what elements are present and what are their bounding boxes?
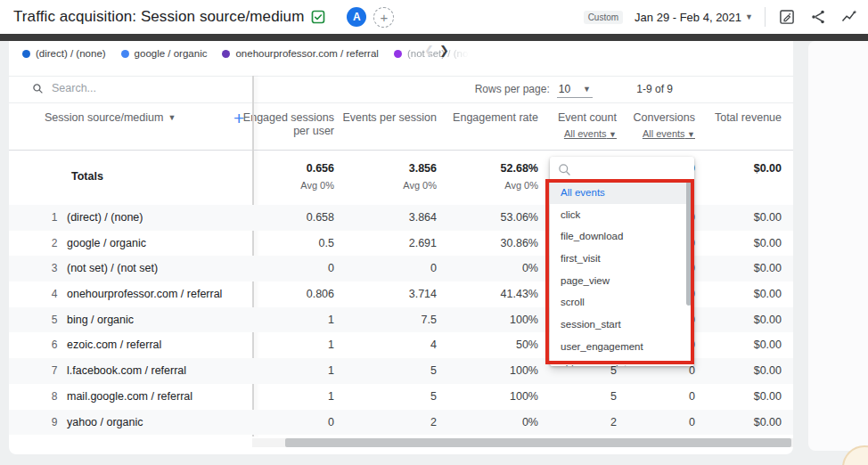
metric-cell: 7.5: [330, 307, 437, 333]
legend-item: google / organic: [121, 48, 208, 59]
metric-cell: 0: [330, 256, 437, 281]
metric-cell: 1: [227, 307, 334, 333]
metric-filter-select[interactable]: All events ▼: [588, 127, 695, 142]
metric-cell: 3.864: [330, 205, 437, 231]
metric-cell: 0.5: [227, 231, 334, 257]
metric-cell: 53.06%: [431, 205, 538, 231]
metric-cell: 0: [227, 410, 334, 436]
metric-cell: 2.691: [330, 231, 437, 257]
search-icon: [32, 83, 44, 94]
table-toolbar: Search... Rows per page: 10 ▼ 1-9 of 9: [9, 76, 793, 103]
totals-cell: 3.856Avg 0%: [330, 162, 437, 191]
metric-header-label: Total revenue: [675, 111, 782, 125]
row-index: 5: [48, 307, 61, 333]
search-placeholder: Search...: [52, 82, 96, 94]
metric-cell: 3.714: [330, 281, 437, 307]
legend-item: onehourprofessor.com / referral: [222, 48, 378, 59]
row-source-label: yahoo / organic: [67, 410, 143, 436]
rows-per-page-label: Rows per page:: [475, 83, 550, 95]
legend-label: (direct) / (none): [36, 48, 106, 59]
totals-avg-label: Avg 0%: [227, 180, 334, 191]
add-user-button[interactable]: +: [373, 7, 394, 28]
dimension-column-header[interactable]: Session source/medium ▼: [45, 111, 176, 124]
legend-next-icon[interactable]: ❯: [439, 44, 449, 57]
totals-value: 3.856: [330, 162, 437, 175]
customize-report-icon[interactable]: [777, 7, 797, 27]
row-index: 1: [48, 205, 61, 231]
metric-column-header[interactable]: Engaged sessions per user: [227, 111, 334, 138]
row-index: 2: [48, 231, 61, 257]
chart-legend: (direct) / (none)google / organiconehour…: [22, 45, 471, 61]
dropdown-search-input[interactable]: [558, 163, 571, 180]
annotation-red-box: [545, 179, 694, 364]
metric-cell: 30.86%: [431, 231, 538, 257]
linked-sheet-icon[interactable]: [311, 10, 325, 24]
row-index: 4: [48, 281, 61, 307]
table-row[interactable]: 8mail.google.com / referral15100%50$0.00: [9, 384, 793, 410]
metric-cell: 4: [330, 332, 437, 358]
legend-item: (direct) / (none): [22, 48, 106, 59]
metric-cell: 5: [330, 358, 437, 384]
side-panel: [808, 41, 868, 451]
row-source-label: mail.google.com / referral: [67, 384, 192, 410]
date-mode-badge: Custom: [584, 11, 623, 24]
metric-cell: 41.43%: [431, 281, 538, 307]
metric-cell: 0%: [431, 256, 538, 281]
legend-label: google / organic: [135, 48, 208, 59]
horizontal-scrollbar-thumb[interactable]: [285, 438, 791, 447]
table-header-row: Session source/medium ▼ + Engaged sessio…: [9, 102, 793, 151]
row-source-label: ezoic.com / referral: [67, 332, 161, 358]
row-index: 9: [48, 410, 61, 436]
row-source-label: (direct) / (none): [67, 205, 143, 231]
metric-cell: 50%: [431, 332, 538, 358]
avatar[interactable]: A: [347, 7, 366, 27]
row-index: 6: [48, 332, 61, 358]
row-source-label: bing / organic: [67, 307, 134, 333]
chevron-down-icon: ▼: [583, 85, 591, 94]
metric-cell: 1: [227, 384, 334, 410]
rows-per-page-value: 10: [559, 83, 570, 95]
chevron-down-icon: ▼: [745, 12, 753, 21]
row-index: 8: [48, 384, 61, 410]
table-row[interactable]: 9yahoo / organic020%20$0.00: [9, 410, 793, 436]
share-icon[interactable]: [808, 7, 828, 27]
metric-cell: 5: [330, 384, 437, 410]
metric-cell: 0: [227, 256, 334, 281]
chevron-down-icon: ▼: [685, 130, 695, 139]
metric-column-header[interactable]: Total revenue: [675, 111, 782, 125]
divider: [765, 7, 766, 27]
pagination-range: 1-9 of 9: [636, 83, 673, 95]
date-range-picker[interactable]: Jan 29 - Feb 4, 2021 ▼: [635, 11, 753, 24]
totals-cell: 0.656Avg 0%: [227, 162, 334, 191]
metric-cell: 1: [227, 358, 334, 384]
metric-cell: 100%: [431, 307, 538, 333]
totals-avg-label: Avg 0%: [330, 180, 437, 191]
row-index: 7: [48, 358, 61, 384]
insights-icon[interactable]: [839, 7, 859, 27]
totals-label: Totals: [71, 170, 103, 183]
legend-prev-icon: ❮: [424, 44, 434, 57]
legend-dot-icon: [222, 50, 230, 58]
metric-filter-label: All events: [643, 128, 685, 139]
date-range-text: Jan 29 - Feb 4, 2021: [635, 11, 741, 24]
page-title: Traffic acquisition: Session source/medi…: [13, 8, 304, 26]
metric-cell: $0.00: [675, 410, 782, 436]
row-source-label: onehourprofessor.com / referral: [67, 281, 222, 307]
search-icon: [558, 163, 571, 176]
metric-header-label: Events per session: [330, 111, 437, 125]
row-index: 3: [48, 256, 61, 281]
legend-dot-icon: [22, 50, 30, 58]
metric-cell: 2: [330, 410, 437, 436]
metric-cell: 1: [227, 332, 334, 358]
rows-per-page-select[interactable]: 10 ▼: [557, 83, 593, 98]
metric-column-header[interactable]: Events per session: [330, 111, 437, 125]
table-search-input[interactable]: Search...: [32, 82, 96, 94]
legend-dot-icon: [121, 50, 129, 58]
metric-cell: 0.658: [227, 205, 334, 231]
row-source-label: l.facebook.com / referral: [67, 358, 186, 384]
legend-dot-icon: [394, 50, 402, 58]
dimension-header-label: Session source/medium: [45, 111, 163, 124]
app-header: Traffic acquisition: Session source/medi…: [0, 0, 868, 34]
legend-label: onehourprofessor.com / referral: [235, 48, 378, 59]
row-source-label: google / organic: [67, 231, 146, 257]
